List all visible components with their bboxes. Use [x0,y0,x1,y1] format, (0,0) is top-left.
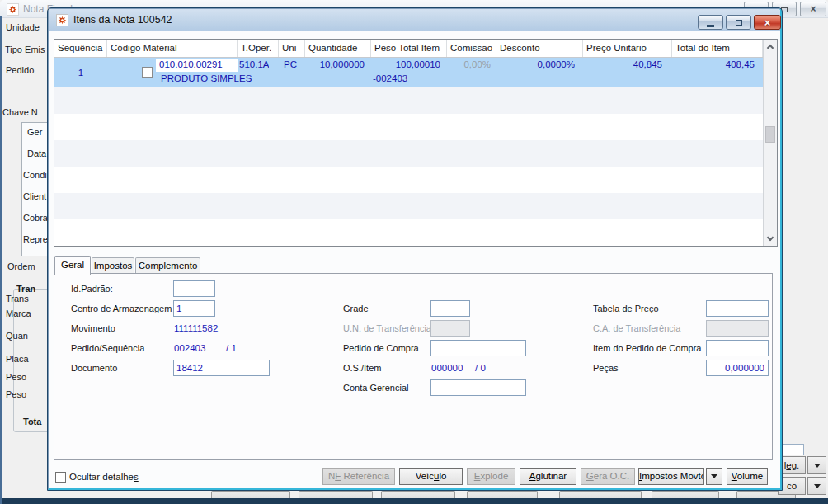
cell-peso-total: 100,00010 [371,59,440,69]
veiculo-button[interactable]: Veículo [399,468,463,485]
screen: Nota Fiscal × UnidadeTipo EmisPedidoChav… [0,0,828,504]
column-header-5[interactable]: Peso Total Item [371,40,447,57]
input-grade[interactable] [430,300,470,317]
label-tabela-preco: Tabela de Preço [593,304,659,313]
cell-sequencia: 1 [54,58,107,87]
dialog-titlebar[interactable]: Itens da Nota 100542 × [49,9,780,31]
column-header-0[interactable]: Sequência [54,40,107,57]
volume-button[interactable]: Volume [727,468,768,485]
parent-label-4: Ger [27,127,42,137]
input-centro-armazenagem[interactable]: 1 [173,300,215,317]
cell-quantidade: 10,000000 [305,59,365,69]
chevron-up-icon [767,45,774,51]
grid-empty-row [54,140,763,167]
dialog-minimize-button[interactable] [698,15,723,30]
column-header-2[interactable]: T.Oper. [238,40,279,57]
input-conta-gerencial[interactable] [430,379,526,396]
parent-label-12: Trans [6,294,29,304]
column-header-6[interactable]: Comissão [447,40,496,57]
cell-descricao: PRODUTO SIMPLES [161,73,252,83]
label-grade: Grade [343,304,369,313]
parent-partial-button-co[interactable]: co [778,477,806,495]
label-pecas: Peças [593,363,619,373]
input-id-padrao[interactable] [173,280,215,297]
minimize-icon [707,25,714,27]
parent-label-5: Data [27,148,46,158]
chevron-down-icon [814,464,821,468]
cell-comissao: 0,00% [447,59,491,69]
dialog-restore-button[interactable] [726,15,751,30]
parent-label-16: Peso [6,372,26,382]
cell-codigo-material[interactable]: 010.010.00291 [156,59,238,72]
label-conta-gerencial: Conta Gerencial [343,383,409,393]
cell-desconto: 0,0000% [496,59,575,69]
parent-label-13: Marca [6,309,31,318]
column-header-8[interactable]: Preço Unitário [583,40,672,57]
column-header-3[interactable]: Uni [279,40,305,57]
impostos-movto-dropdown-button[interactable] [706,468,722,485]
value-os: 000000 [431,363,463,373]
label-centro-armazenagem: Centro de Armazenagem [71,304,172,313]
grid-empty-row [54,193,763,219]
text-cursor [158,60,158,69]
cell-total-item: 408,45 [672,59,755,69]
parent-left-frame [0,16,2,504]
input-ca-transferencia [706,320,769,337]
items-grid: SequênciaCódigo MaterialT.Oper.UniQuanti… [54,39,778,247]
column-header-1[interactable]: Código Material [107,40,238,57]
label-pedido-compra: Pedido de Compra [343,343,419,353]
input-pedido-compra[interactable] [430,340,526,356]
grid-empty-row [54,167,763,193]
chevron-down-icon [711,474,717,478]
nf-referencia-button: NF Referência [322,468,395,485]
input-pecas[interactable]: 0,000000 [706,360,769,376]
value-pedido: 002403 [174,343,205,353]
grid-empty-row [54,114,763,140]
grid-vertical-scrollbar[interactable] [763,40,777,246]
ocultar-detalhes-label: Ocultar detalhes [69,472,139,482]
input-un-transferencia [430,320,470,337]
cell-uni: PC [284,59,297,69]
dialog-title: Itens da Nota 100542 [73,14,172,26]
tab-complemento[interactable]: Complemento [135,257,200,274]
chevron-down-icon [767,234,774,241]
parent-partial-button-leg[interactable]: leg. [778,456,806,474]
label-os-item: O.S./Item [343,363,381,373]
gera-oc-button: Gera O.C. [581,468,635,485]
scroll-thumb[interactable] [765,126,775,143]
row-checkbox[interactable] [142,67,153,78]
parent-label-15: Placa [6,354,29,364]
column-header-7[interactable]: Desconto [496,40,583,57]
column-header-9[interactable]: Total do Item [672,40,763,57]
value-os-item: / 0 [475,363,486,373]
parent-dropdown-co[interactable] [807,477,826,495]
value-movimento: 111111582 [174,323,218,333]
parent-label-1: Tipo Emis [5,45,45,54]
aglutinar-button[interactable]: Aglutinar [520,468,576,485]
parent-label-6: Condi [23,170,47,180]
input-documento[interactable]: 18412 [173,360,270,376]
tab-geral[interactable]: Geral [54,256,91,275]
value-pedido-seq: / 1 [226,343,237,353]
cell-t-oper: 510.1A [239,59,269,69]
scroll-up-button[interactable] [764,40,777,54]
input-item-pedido-compra[interactable] [706,340,769,356]
parent-label-0: Unidade [6,22,40,32]
parent-close-button[interactable]: × [800,2,826,16]
tab-impostos[interactable]: Impostos [92,257,134,274]
parent-bottom-frame [0,498,828,504]
column-header-4[interactable]: Quantidade [305,40,371,57]
dialog-pinwheel-icon [56,14,68,26]
tab-panel-geral [54,273,773,460]
parent-dropdown-leg[interactable] [807,456,826,474]
ocultar-detalhes-checkbox[interactable] [55,472,66,483]
parent-label-7: Client [23,191,46,201]
grid-row-1[interactable]: 1 010.010.00291 510.1A PC 10,000000 100,… [54,58,763,87]
label-documento: Documento [71,363,117,373]
dialog-close-button[interactable]: × [754,15,781,30]
label-pedido-sequencia: Pedido/Sequência [71,343,144,353]
input-tabela-preco[interactable] [706,300,769,317]
impostos-movto-button[interactable]: Impostos Movto [638,468,704,485]
scroll-down-button[interactable] [764,232,777,246]
parent-label-3: Chave N [2,107,38,117]
